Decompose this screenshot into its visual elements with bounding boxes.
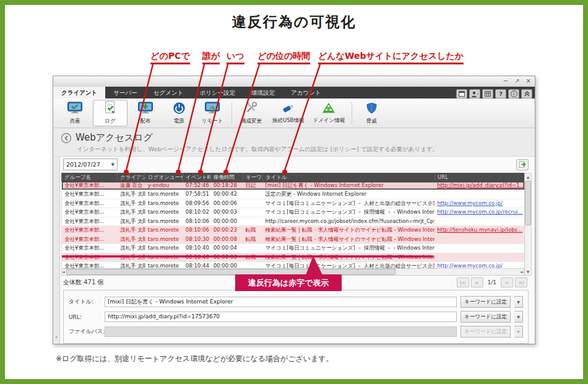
table-row[interactable]: 全社¥東京本部...茂礼手 太郎taro.morete08:10:3000:00… [62, 235, 524, 245]
date-filter-select[interactable]: 2012/07/27 ▼ [63, 159, 118, 170]
usb-icon [281, 102, 296, 116]
remote-monitor-icon [204, 102, 220, 117]
cell-title: マイコミ[毎日コミュニケーションズ] － 人材と出版の総合サービス企業 － - … [263, 199, 435, 208]
next-page-button[interactable]: > [501, 277, 513, 287]
user-menu-icon[interactable] [469, 89, 480, 98]
scroll-right-icon[interactable]: ► [521, 268, 524, 275]
export-log-button[interactable] [516, 159, 529, 170]
scroll-left-icon[interactable]: ◄ [62, 268, 65, 275]
cell-url [435, 235, 524, 244]
minimize-icon[interactable]: − [503, 78, 508, 84]
prev-page-button[interactable]: < [471, 277, 483, 287]
cell-client: 茂礼手 太郎 [118, 208, 145, 217]
popup-window-icon[interactable] [456, 89, 467, 98]
collapse-chevron-icon[interactable] [521, 89, 532, 98]
toolbar-button-label: 接続USB情報 [272, 117, 304, 124]
set-keyword-button[interactable]: キーワードに設定 [460, 296, 511, 308]
distribute-monitor-icon [137, 102, 153, 117]
restore-icon[interactable]: ↗ [514, 78, 519, 84]
toolbar-button-label: 配布 [141, 118, 151, 125]
tab-ポリシー設定[interactable]: ポリシー設定 [191, 87, 243, 98]
detail-field-input[interactable]: http://mixi.jp/add_diary.pl?id=17573670 [105, 312, 457, 322]
collapsed-side-panel: › [53, 157, 60, 344]
column-header[interactable]: ログオンユーザ... [145, 173, 183, 181]
cell-group: 全社¥東京本部... [62, 235, 118, 244]
table-row[interactable]: 全社¥東京本部...茂礼手 太郎taro.morete08:10:4000:00… [62, 244, 524, 253]
cell-url[interactable]: http://www.mycom.co.jp/recrui... [435, 208, 524, 217]
cell-url[interactable]: http://tenshoku.mynavi.jp/jobs... [435, 226, 524, 235]
toolbar-button-構成変更[interactable]: 構成変更 [235, 98, 268, 128]
set-keyword-button[interactable]: キーワードに設定 [460, 311, 511, 323]
cell-keyword [243, 199, 263, 208]
table-row[interactable]: 全社¥東京本部...茂礼手 太郎taro.morete08:09:5600:00… [62, 199, 524, 209]
vertical-scrollbar[interactable]: ▲ ▼ [524, 173, 532, 276]
scroll-up-icon[interactable]: ▲ [527, 173, 530, 180]
tab-サーバー[interactable]: サーバー [105, 87, 145, 98]
cell-url[interactable]: http://www.mycom.co.jp/ [435, 262, 524, 268]
cell-user: taro.morete [145, 190, 183, 199]
column-header[interactable]: イベント時刻 [183, 173, 210, 181]
column-header[interactable]: 稼働時間 [210, 173, 243, 181]
column-header[interactable]: キーワード [243, 173, 262, 181]
tab-セグメント[interactable]: セグメント [145, 87, 192, 98]
cell-user: taro.morete [145, 235, 183, 244]
expand-panel-button[interactable]: › [53, 333, 59, 341]
cell-client: 茂礼手 太郎 [118, 262, 145, 268]
toolbar-button-配布[interactable]: 配布 [129, 98, 162, 128]
keypad-icon[interactable] [482, 89, 493, 98]
set-keyword-button: キーワードに設定 [460, 326, 511, 338]
keyword-dropdown-icon[interactable]: ▼ [514, 311, 523, 323]
first-page-button[interactable]: |< [457, 277, 469, 287]
column-header[interactable]: URL [435, 173, 524, 181]
cell-client: 茂礼手 太郎 [118, 190, 145, 199]
horizontal-scroll-thumb[interactable] [66, 269, 396, 275]
cell-user: taro.morete [145, 262, 183, 268]
scroll-down-icon[interactable]: ▼ [527, 268, 530, 275]
table-row[interactable]: 全社¥東京本部...茂礼手 太郎taro.morete07:58:5100:00… [62, 190, 524, 199]
cell-title: 検索結果一覧 | 転職・求人情報サイトのマイナビ転職 - Windows Int… [263, 226, 435, 235]
last-page-button[interactable]: >| [515, 277, 527, 287]
tab-クライアント[interactable]: クライアント [53, 87, 105, 98]
cell-url [435, 190, 524, 199]
asset-monitor-icon [67, 102, 83, 117]
info-icon[interactable]: i [508, 89, 519, 98]
cell-user: taro.morete [145, 244, 183, 253]
footer-note: ※ログ取得には、別途リモートアクセス環境などが必要になる場合がございます。 [56, 354, 334, 364]
toolbar-button-脅威[interactable]: 脅威 [355, 98, 388, 128]
tab-アカウント[interactable]: アカウント [283, 87, 329, 98]
cell-duration: 00:00:08 [211, 235, 243, 244]
table-row[interactable]: 全社¥東京本部...茂礼手 太郎taro.morete08:10:4400:00… [62, 262, 524, 268]
table-header-row: グループ名クライアント名ログオンユーザ...イベント時刻稼働時間キーワードタイト… [61, 173, 524, 181]
cell-url[interactable]: http://www.mycom.co.jp/ [435, 199, 524, 208]
toolbar-button-ドメイン情報[interactable]: ドメイン情報 [308, 98, 349, 128]
cell-user: y-endou [145, 181, 183, 190]
cell-keyword: 転職 [243, 226, 263, 235]
cell-group: 全社¥東京本部... [62, 226, 118, 235]
column-header[interactable]: タイトル [262, 173, 435, 181]
table-row[interactable]: 全社¥東京本部...茂礼手 太郎taro.morete08:10:0600:00… [62, 226, 524, 235]
toolbar-button-電源[interactable]: 電源 [162, 98, 196, 128]
table-row[interactable]: 全社¥東京本部...茂礼手 太郎taro.morete08:10:4000:00… [62, 253, 524, 263]
vertical-scroll-thumb[interactable] [525, 181, 531, 225]
table-row[interactable]: 全社¥東京本部...遠藤 百合y-endou07:52:4600:18:28日記… [62, 181, 524, 191]
close-icon[interactable]: × [526, 78, 531, 84]
column-header[interactable]: グループ名 [61, 173, 117, 181]
toolbar-button-ログ[interactable]: ログ [93, 100, 128, 126]
column-header[interactable]: クライアント名 [117, 173, 145, 181]
cell-url[interactable]: http://mixi.jp/add_diary.pl?id=1... [435, 181, 524, 190]
table-row[interactable]: 全社¥東京本部...茂礼手 太郎taro.morete08:10:0200:00… [62, 208, 524, 217]
tab-環境設定[interactable]: 環境設定 [243, 87, 283, 98]
detail-field-input[interactable]: [mixi] 日記を書く - Windows Internet Explorer [105, 297, 457, 307]
toolbar-button-資産[interactable]: 資産 [58, 98, 92, 128]
table-row[interactable]: 全社¥東京本部...茂礼手 太郎taro.morete08:10:0600:00… [62, 217, 524, 227]
help-icon[interactable]: ? [495, 89, 506, 98]
cell-time: 08:10:06 [183, 226, 211, 235]
detail-panel: タイトル:[mixi] 日記を書く - Windows Internet Exp… [63, 290, 529, 344]
toolbar-button-リモート[interactable]: リモート [196, 98, 229, 128]
toolbar-button-label: リモート [202, 118, 223, 125]
toolbar-button-接続USB情報[interactable]: 接続USB情報 [268, 98, 308, 128]
keyword-dropdown-icon[interactable]: ▼ [514, 296, 523, 308]
cell-title: マイコミ[毎日コミュニケーションズ] － 人材と出版の総合サービス企業 － - … [263, 262, 435, 268]
back-icon[interactable] [61, 133, 72, 144]
section-title: Webアクセスログ [76, 132, 153, 144]
